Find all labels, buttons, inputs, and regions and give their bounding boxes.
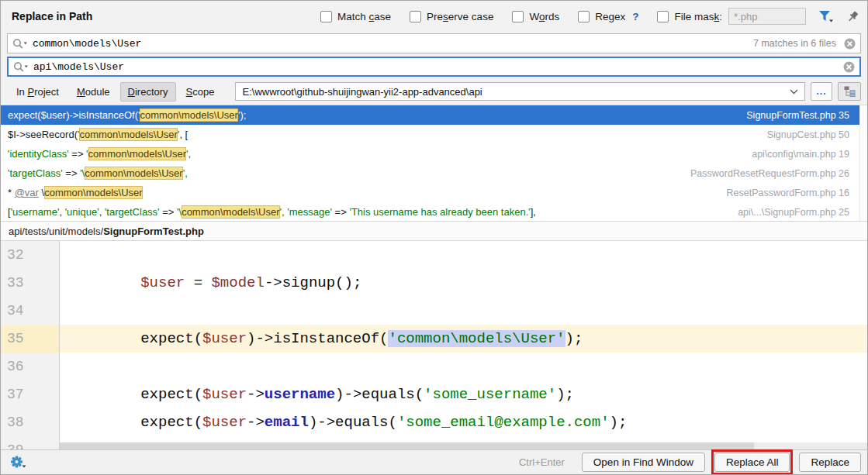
checkbox[interactable] xyxy=(657,11,669,22)
search-clear-icon[interactable] xyxy=(844,38,856,50)
replace-history-icon[interactable] xyxy=(13,61,29,73)
editor-line: 32 xyxy=(1,241,867,269)
checkbox[interactable] xyxy=(410,11,421,22)
result-file-reference: SignupCest.php 50 xyxy=(752,129,859,140)
results-scrollbar[interactable] xyxy=(859,105,867,221)
replace-clear-icon[interactable] xyxy=(843,61,855,73)
result-text: * @var \common\models\User xyxy=(8,187,143,198)
option-words[interactable]: Words xyxy=(512,11,559,22)
result-file-reference: ResetPasswordForm.php 16 xyxy=(711,188,859,198)
search-result-row[interactable]: $I->seeRecord('common\models\User', [Sig… xyxy=(1,125,859,144)
result-text: 'targetClass' => '\common\models\User', xyxy=(8,167,188,179)
editor-line: 35 expect($user)->isInstanceOf('common\m… xyxy=(1,325,867,353)
result-file-reference: SignupFormTest.php 35 xyxy=(731,110,859,121)
search-result-row[interactable]: expect($user)->isInstanceOf('common\mode… xyxy=(1,105,859,125)
line-number: 38 xyxy=(1,408,59,436)
result-text: $I->seeRecord('common\models\User', [ xyxy=(8,129,188,140)
checkbox[interactable] xyxy=(512,11,524,22)
line-code: $user = $model->signup(); xyxy=(59,269,361,297)
scope-tabs: In ProjectModuleDirectoryScope xyxy=(9,82,224,102)
line-code xyxy=(59,353,70,380)
dialog-title: Replace in Path xyxy=(12,10,92,22)
search-input[interactable] xyxy=(33,36,753,51)
footer-buttons: Open in Find WindowReplace AllReplace xyxy=(576,449,861,475)
dialog-titlebar: Replace in Path Match casePreserve caseW… xyxy=(1,1,867,32)
replace-field[interactable] xyxy=(7,57,861,77)
preview-file-name: SignupFormTest.php xyxy=(103,225,204,237)
pin-icon[interactable] xyxy=(846,10,859,23)
checkbox[interactable] xyxy=(578,11,590,22)
line-code xyxy=(59,297,70,325)
option-label: Words xyxy=(529,11,559,22)
search-field-row: 7 matches in 6 files xyxy=(1,32,867,55)
replace-field-row xyxy=(1,55,867,78)
replace-button[interactable]: Replace xyxy=(799,453,861,472)
line-code: expect($user->username)->equals('some_us… xyxy=(59,380,574,408)
line-number: 37 xyxy=(1,380,59,408)
scope-tree-icon[interactable] xyxy=(838,82,861,101)
line-code: expect($user)->isInstanceOf('common\mode… xyxy=(59,325,583,353)
code-preview-editor[interactable]: 3233 $user = $model->signup();3435 expec… xyxy=(1,241,867,449)
open-in-find-window-button[interactable]: Open in Find Window xyxy=(582,453,705,472)
editor-line: 34 xyxy=(1,297,867,325)
result-file-reference: api\config\main.php 19 xyxy=(736,149,859,160)
scope-tab-in-project[interactable]: In Project xyxy=(9,82,67,102)
option-label: Preserve case xyxy=(427,11,493,22)
option-label: Regex xyxy=(595,11,625,22)
replace-in-path-dialog: Replace in Path Match casePreserve caseW… xyxy=(0,0,868,475)
replace-all-button[interactable]: Replace All xyxy=(714,453,790,472)
directory-path: E:\wwwroot\github-shuijingwan-yii2-app-a… xyxy=(242,86,785,98)
search-history-icon[interactable] xyxy=(12,38,28,50)
search-result-row[interactable]: 'identityClass' => 'common\models\User',… xyxy=(1,144,859,163)
preview-file-path: api/tests/unit/models/ xyxy=(9,225,103,237)
result-file-reference: api\...\SignupForm.php 25 xyxy=(722,207,859,218)
option-file-mask[interactable]: File mask: xyxy=(657,11,722,22)
search-field[interactable]: 7 matches in 6 files xyxy=(7,33,861,53)
line-number: 39 xyxy=(1,436,59,449)
option-label: File mask: xyxy=(674,11,722,22)
replace-input[interactable] xyxy=(33,59,843,74)
option-match-case[interactable]: Match case xyxy=(320,11,391,22)
chevron-down-icon xyxy=(790,89,798,95)
result-text: expect($user)->isInstanceOf('common\mode… xyxy=(8,109,246,121)
result-file-reference: PasswordResetRequestForm.php 26 xyxy=(675,168,859,179)
line-number: 36 xyxy=(1,353,59,380)
option-regex[interactable]: Regex? xyxy=(578,11,638,22)
editor-line: 38 expect($user->email)->equals('some_em… xyxy=(1,408,867,436)
search-results-list: expect($user)->isInstanceOf('common\mode… xyxy=(1,105,867,221)
scope-row: In ProjectModuleDirectoryScope E:\wwwroo… xyxy=(1,78,867,105)
regex-help-icon[interactable]: ? xyxy=(632,11,638,22)
line-code xyxy=(59,241,70,269)
scope-tab-scope[interactable]: Scope xyxy=(178,82,223,102)
filter-icon[interactable] xyxy=(818,10,834,23)
option-label: Match case xyxy=(337,11,391,22)
search-options: Match casePreserve caseWordsRegex?File m… xyxy=(320,11,722,22)
editor-line: 37 expect($user->username)->equals('some… xyxy=(1,380,867,408)
line-number: 35 xyxy=(1,325,59,353)
checkbox[interactable] xyxy=(320,11,332,22)
gutter-divider xyxy=(59,241,60,449)
file-mask-input[interactable] xyxy=(728,8,806,25)
result-text: 'identityClass' => 'common\models\User', xyxy=(8,148,191,160)
shortcut-hint: Ctrl+Enter xyxy=(519,456,565,468)
directory-combobox[interactable]: E:\wwwroot\github-shuijingwan-yii2-app-a… xyxy=(235,82,805,101)
dialog-footer: Ctrl+Enter Open in Find WindowReplace Al… xyxy=(1,449,867,474)
line-number: 32 xyxy=(1,241,59,269)
line-number: 33 xyxy=(1,269,59,297)
option-preserve-case[interactable]: Preserve case xyxy=(410,11,493,22)
editor-horizontal-scrollbar[interactable] xyxy=(60,442,867,449)
browse-directory-button[interactable]: ... xyxy=(811,82,832,101)
preview-file-header: api/tests/unit/models/SignupFormTest.php xyxy=(1,221,867,241)
editor-line: 36 xyxy=(1,353,867,380)
gear-icon[interactable] xyxy=(10,456,26,469)
scope-tab-module[interactable]: Module xyxy=(69,82,118,102)
search-result-row[interactable]: 'targetClass' => '\common\models\User',P… xyxy=(1,163,859,183)
search-result-row[interactable]: ['username', 'unique', 'targetClass' => … xyxy=(1,202,859,222)
editor-line: 33 $user = $model->signup(); xyxy=(1,269,867,297)
search-result-row[interactable]: * @var \common\models\UserResetPasswordF… xyxy=(1,183,859,202)
line-number: 34 xyxy=(1,297,59,325)
scope-tab-directory[interactable]: Directory xyxy=(120,82,176,102)
search-result-summary: 7 matches in 6 files xyxy=(753,38,836,49)
line-code: expect($user->email)->equals('some_email… xyxy=(59,408,627,436)
annotation-highlight-box: Replace All xyxy=(711,449,794,475)
